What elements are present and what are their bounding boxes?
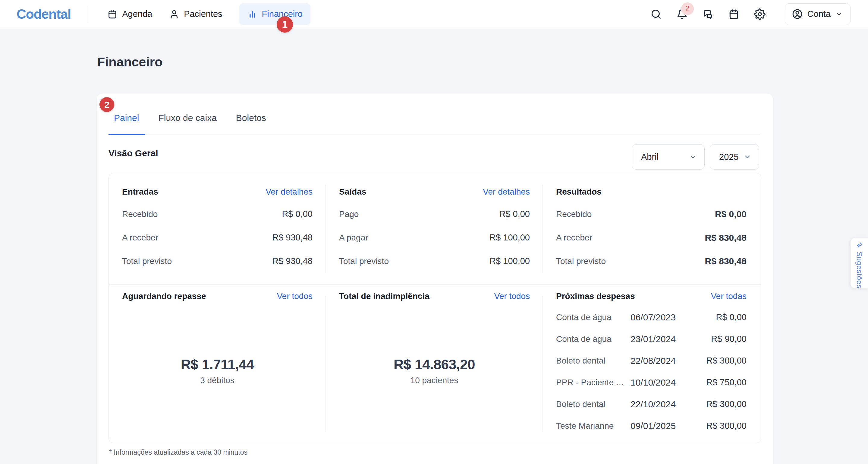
entradas-title: Entradas xyxy=(122,186,158,197)
resultados-row: Recebido R$ 0,00 xyxy=(556,208,747,220)
despesa-value: R$ 0,00 xyxy=(716,312,747,323)
inadimplencia-value: R$ 14.863,20 xyxy=(339,356,530,373)
despesa-name: PPR - Paciente A... xyxy=(556,377,626,388)
resultados-row: Total previsto R$ 830,48 xyxy=(556,256,747,267)
account-menu-button[interactable]: Conta xyxy=(785,3,850,25)
calendar-button[interactable] xyxy=(727,7,741,21)
entradas-row: Total previsto R$ 930,48 xyxy=(122,256,313,267)
tab-divider xyxy=(108,135,760,135)
aguardando-ver-todos-link[interactable]: Ver todos xyxy=(277,291,313,302)
nav-item-financeiro[interactable]: Financeiro xyxy=(239,3,310,25)
row-value: R$ 830,48 xyxy=(705,256,747,267)
search-button[interactable] xyxy=(649,7,663,21)
despesa-name: Boleto dental xyxy=(556,355,626,366)
suggestions-side-tab[interactable]: Sugestões xyxy=(850,238,868,288)
saidas-row: Pago R$ 0,00 xyxy=(339,208,530,220)
despesa-value: R$ 90,00 xyxy=(711,334,747,345)
top-nav-actions: 2 xyxy=(649,3,850,25)
despesa-name: Boleto dental xyxy=(556,399,626,410)
nav-item-agenda[interactable]: Agenda xyxy=(107,9,152,19)
resultados-title: Resultados xyxy=(556,186,601,197)
notification-count-badge: 2 xyxy=(681,2,694,15)
row-value: R$ 930,48 xyxy=(272,232,313,243)
update-footnote: * Informações atualizadas a cada 30 minu… xyxy=(109,448,247,457)
despesa-row: Teste Marianne 09/01/2025 R$ 300,00 xyxy=(556,420,747,431)
user-icon xyxy=(169,9,179,19)
aguardando-repasse-summary: R$ 1.711,44 3 débitos xyxy=(122,356,313,385)
despesa-name: Conta de água xyxy=(556,334,626,345)
step-badge-1: 1 xyxy=(277,16,293,33)
chevron-down-icon xyxy=(835,10,843,18)
settings-button[interactable] xyxy=(753,7,767,21)
tab-boletos[interactable]: Boletos xyxy=(236,113,266,123)
row-label: Recebido xyxy=(122,208,158,220)
page-title: Financeiro xyxy=(97,55,162,69)
nav-item-pacientes[interactable]: Pacientes xyxy=(169,9,222,19)
despesa-date: 10/10/2024 xyxy=(630,377,676,388)
column-divider xyxy=(542,296,542,432)
despesa-date: 22/10/2024 xyxy=(630,399,676,410)
resultados-row: A receber R$ 830,48 xyxy=(556,232,747,243)
saidas-row: A pagar R$ 100,00 xyxy=(339,232,530,243)
saidas-ver-detalhes-link[interactable]: Ver detalhes xyxy=(483,186,530,197)
codental-logo[interactable]: Codental xyxy=(17,7,71,22)
active-tab-indicator xyxy=(108,134,145,135)
despesa-row: Conta de água 06/07/2023 R$ 0,00 xyxy=(556,312,747,323)
despesas-ver-todas-link[interactable]: Ver todas xyxy=(711,291,747,302)
resultados-card: Resultados Recebido R$ 0,00 A receber R$… xyxy=(556,186,747,267)
nav-label-pacientes: Pacientes xyxy=(184,9,222,19)
row-value: R$ 0,00 xyxy=(715,208,747,220)
calendar-icon xyxy=(728,8,740,20)
tab-bar: Painel Fluxo de caixa Boletos xyxy=(114,113,266,123)
row-value: R$ 930,48 xyxy=(272,256,313,267)
nav-label-agenda: Agenda xyxy=(122,9,152,19)
chevron-down-icon xyxy=(743,153,752,161)
year-select[interactable]: 2025 xyxy=(710,144,759,170)
row-value: R$ 100,00 xyxy=(490,256,530,267)
inadimplencia-subtitle: 10 pacientes xyxy=(339,375,530,385)
year-select-value: 2025 xyxy=(719,152,739,162)
row-label: Total previsto xyxy=(339,256,389,267)
row-label: A receber xyxy=(556,232,592,243)
proximas-despesas-title: Próximas despesas xyxy=(556,291,635,302)
tab-fluxo-de-caixa[interactable]: Fluxo de caixa xyxy=(158,113,216,123)
messages-button[interactable] xyxy=(701,7,715,21)
row-value: R$ 100,00 xyxy=(490,232,530,243)
entradas-card: Entradas Ver detalhes Recebido R$ 0,00 A… xyxy=(122,186,313,267)
despesa-date: 06/07/2023 xyxy=(630,312,676,323)
saidas-title: Saídas xyxy=(339,186,366,197)
despesa-name: Teste Marianne xyxy=(556,420,626,431)
row-value: R$ 0,00 xyxy=(499,208,530,220)
row-value: R$ 830,48 xyxy=(705,232,747,243)
row-label: A pagar xyxy=(339,232,368,243)
despesa-value: R$ 300,00 xyxy=(706,420,747,431)
aguardando-repasse-title: Aguardando repasse xyxy=(122,291,206,302)
aguardando-repasse-subtitle: 3 débitos xyxy=(122,375,313,385)
despesa-row: PPR - Paciente A... 10/10/2024 R$ 750,00 xyxy=(556,377,747,388)
row-label: Pago xyxy=(339,208,359,220)
despesa-row: Boleto dental 22/10/2024 R$ 300,00 xyxy=(556,399,747,410)
inadimplencia-ver-todos-link[interactable]: Ver todos xyxy=(494,291,530,302)
row-divider xyxy=(109,285,761,285)
financeiro-card: Painel Fluxo de caixa Boletos Visão Gera… xyxy=(97,93,773,464)
tab-painel[interactable]: Painel xyxy=(114,113,139,123)
notifications-button[interactable]: 2 xyxy=(675,7,689,21)
logo-divider xyxy=(87,6,87,22)
inadimplencia-summary: R$ 14.863,20 10 pacientes xyxy=(339,356,530,385)
step-badge-2: 2 xyxy=(99,97,114,112)
entradas-ver-detalhes-link[interactable]: Ver detalhes xyxy=(266,186,313,197)
suggestions-label: Sugestões xyxy=(855,252,864,288)
month-select[interactable]: Abril xyxy=(632,144,705,170)
row-label: Recebido xyxy=(556,208,592,220)
row-label: A receber xyxy=(122,232,158,243)
proximas-despesas-card: Próximas despesas Ver todas Conta de águ… xyxy=(556,291,747,431)
column-divider xyxy=(326,296,326,432)
inadimplencia-title: Total de inadimplência xyxy=(339,291,430,302)
gear-icon xyxy=(754,8,766,20)
financeiro-screen: Codental Agenda Pacientes xyxy=(0,0,868,464)
chat-bubbles-icon xyxy=(702,8,714,20)
calendar-icon xyxy=(107,9,118,19)
column-divider xyxy=(326,185,326,273)
entradas-row: A receber R$ 930,48 xyxy=(122,232,313,243)
chevron-down-icon xyxy=(689,153,697,161)
